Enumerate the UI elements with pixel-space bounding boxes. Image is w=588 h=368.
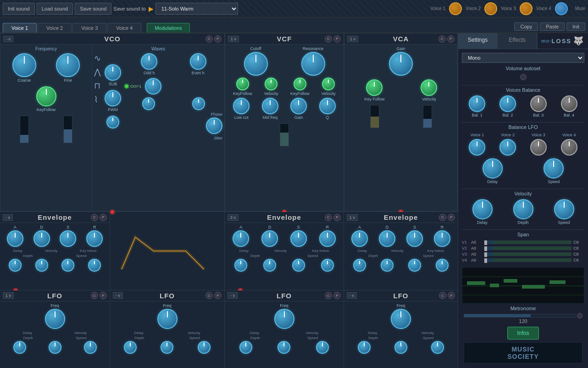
env1-r-knob[interactable] <box>86 230 103 247</box>
vca-paste-icon[interactable]: P <box>447 35 455 43</box>
span-v3-slider[interactable] <box>484 252 571 256</box>
blfo-v2-knob[interactable] <box>499 139 516 156</box>
midfreq-knob[interactable] <box>262 98 278 114</box>
infos-button[interactable]: Infos <box>507 327 538 340</box>
settings-tab[interactable]: Settings <box>458 33 498 49</box>
paste-button[interactable]: Paste <box>540 22 565 31</box>
keyfollow-knob[interactable] <box>36 86 56 106</box>
env1-d-knob[interactable] <box>33 230 50 247</box>
evenh-knob[interactable] <box>190 53 206 70</box>
vel-delay-knob[interactable] <box>472 199 493 219</box>
lfo1-depth-knob[interactable] <box>49 341 61 354</box>
env3-paste[interactable]: P <box>448 214 455 221</box>
sub-knob[interactable] <box>105 64 121 81</box>
env3-depth-knob[interactable] <box>381 259 394 272</box>
vcf-keyfollow1[interactable] <box>236 78 249 90</box>
save-sound-button[interactable]: Save sound <box>75 3 111 15</box>
env3-copy[interactable]: C <box>439 214 446 221</box>
env2-delay-knob[interactable] <box>234 259 247 272</box>
volume-autoset-toggle[interactable] <box>520 74 527 80</box>
blfo-v4-knob[interactable] <box>561 139 577 156</box>
lfo1-speed-knob[interactable] <box>84 341 97 354</box>
lfo4-copy[interactable]: C <box>439 292 446 299</box>
lfo3-badge[interactable]: - v <box>227 292 238 299</box>
vco-slider2[interactable] <box>63 116 72 143</box>
env2-a-knob[interactable] <box>233 230 249 247</box>
vcf-badge[interactable]: 1 v <box>228 36 239 42</box>
env1-badge[interactable]: - v <box>3 214 13 221</box>
blfo-speed-knob[interactable] <box>544 158 564 178</box>
vco-dropdown[interactable]: - v <box>3 36 13 42</box>
lfo4-speed-knob[interactable] <box>431 341 444 354</box>
env1-a-knob[interactable] <box>7 230 23 247</box>
wave-sine[interactable]: ∿ <box>94 53 101 63</box>
env1-paste[interactable]: P <box>100 214 107 221</box>
lfo3-paste[interactable]: P <box>333 292 341 299</box>
lfo1-freq-knob[interactable] <box>45 309 65 329</box>
env2-depth-knob[interactable] <box>263 259 276 272</box>
vcf-gain-knob[interactable] <box>290 98 307 114</box>
lfo2-paste[interactable]: P <box>214 292 222 299</box>
lfo2-delay-knob[interactable] <box>124 341 137 354</box>
env3-delay-knob[interactable] <box>353 259 366 272</box>
lfo4-badge[interactable]: - v <box>347 292 357 299</box>
env2-d-knob[interactable] <box>261 230 278 247</box>
knob-mid2[interactable] <box>192 97 205 110</box>
env3-kf-knob[interactable] <box>436 259 449 272</box>
vca-slider1[interactable] <box>370 105 379 128</box>
vco-paste-icon[interactable]: P <box>214 35 222 43</box>
lfo2-depth-knob[interactable] <box>161 341 173 354</box>
env2-badge[interactable]: 2 v <box>227 214 239 221</box>
lfo2-badge[interactable]: - v <box>113 292 123 299</box>
lfo1-copy[interactable]: C <box>91 292 98 299</box>
resonance-knob[interactable] <box>301 52 325 76</box>
bal2-knob[interactable] <box>499 95 516 112</box>
lfo3-delay-knob[interactable] <box>239 341 252 354</box>
env1-delay-knob[interactable] <box>9 259 22 272</box>
wave-extra-knob[interactable] <box>106 116 119 128</box>
env2-paste[interactable]: P <box>333 214 341 221</box>
span-v4-slider[interactable] <box>484 258 571 262</box>
metronome-slider[interactable] <box>464 314 575 318</box>
bal3-knob[interactable] <box>530 95 547 112</box>
effects-tab[interactable]: Effects <box>498 33 537 49</box>
voice3-knob[interactable] <box>520 2 533 15</box>
preset-select[interactable]: 11-Solo Warm <box>155 3 238 15</box>
lfo3-copy[interactable]: C <box>325 292 332 299</box>
tab-voice4[interactable]: Voice 4 <box>107 23 141 33</box>
lfo1-paste[interactable]: P <box>100 292 107 299</box>
env3-r-knob[interactable] <box>434 230 450 247</box>
lfo3-depth-knob[interactable] <box>277 341 290 354</box>
tab-modulations[interactable]: Modulations <box>147 23 189 33</box>
env2-r-knob[interactable] <box>319 230 336 247</box>
lfo4-paste[interactable]: P <box>448 292 455 299</box>
lfo2-freq-knob[interactable] <box>157 309 178 329</box>
vco-copy-icon[interactable]: C <box>205 35 213 43</box>
coarse-knob[interactable] <box>12 53 36 77</box>
tab-voice1[interactable]: Voice 1 <box>3 23 37 33</box>
voice1-knob[interactable] <box>449 2 462 15</box>
env2-s-knob[interactable] <box>290 230 307 247</box>
env1-copy[interactable]: C <box>91 214 98 221</box>
lfo3-speed-knob[interactable] <box>316 341 329 354</box>
vcf-keyfollow2[interactable] <box>294 78 306 90</box>
env3-d-knob[interactable] <box>379 230 395 247</box>
tab-voice3[interactable]: Voice 3 <box>72 23 106 33</box>
vcf-velocity2[interactable] <box>322 78 335 90</box>
lfo4-depth-knob[interactable] <box>394 341 407 354</box>
span-v2-slider[interactable] <box>484 246 571 250</box>
load-sound-button[interactable]: Load sound <box>37 3 73 15</box>
vca-badge[interactable]: 1 v <box>347 36 358 42</box>
wave-noise[interactable]: ⌇ <box>94 95 101 105</box>
lfo2-speed-knob[interactable] <box>198 341 211 354</box>
span-v1-slider[interactable] <box>484 240 571 244</box>
oct-knob[interactable] <box>145 78 161 95</box>
vel-depth-knob[interactable] <box>513 199 533 219</box>
init-button[interactable]: Init <box>566 22 585 31</box>
vco-slider1[interactable] <box>20 116 29 143</box>
env2-kf-knob[interactable] <box>321 259 334 272</box>
lfo3-freq-knob[interactable] <box>274 309 294 329</box>
cutoff-knob[interactable] <box>244 52 268 76</box>
mono-select[interactable]: Mono Poly <box>462 53 584 63</box>
vcf-slider[interactable] <box>280 123 289 146</box>
